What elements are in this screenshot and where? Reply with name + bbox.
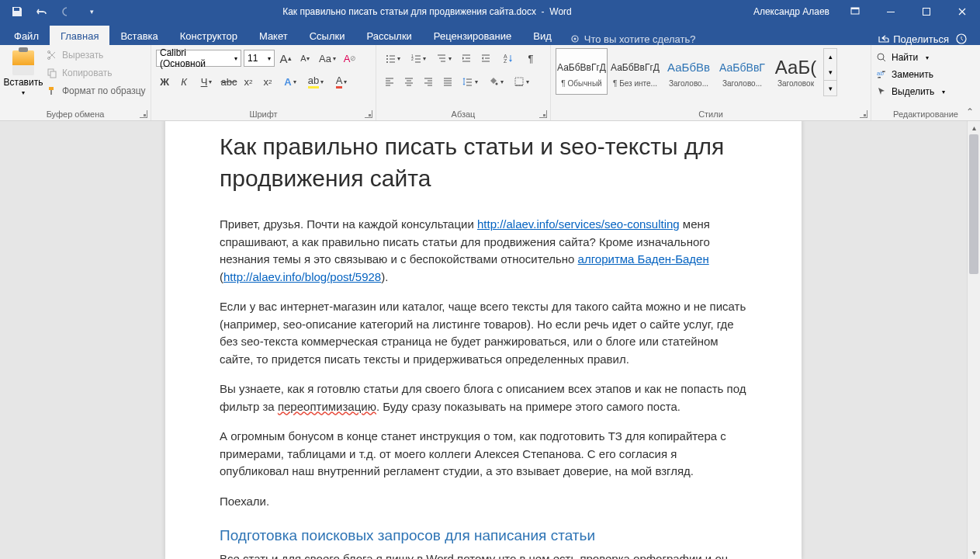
sort-button[interactable]: AZ	[497, 50, 520, 67]
text-effects-button[interactable]: A▾	[279, 73, 302, 90]
heading-2: Подготовка поисковых запросов для написа…	[220, 527, 747, 544]
spellcheck-error[interactable]: переоптимизацию	[278, 400, 376, 413]
cut-button[interactable]: Вырезать	[47, 47, 146, 63]
tab-review[interactable]: Рецензирование	[423, 26, 522, 45]
undo-button[interactable]	[33, 2, 51, 21]
increase-indent-button[interactable]	[477, 50, 494, 67]
style-heading2[interactable]: АаБбВвГ Заголово...	[716, 48, 768, 95]
clipboard-dialog-launcher[interactable]	[140, 110, 147, 118]
style-normal[interactable]: АаБбВвГгД ¶ Обычный	[556, 48, 608, 95]
collapse-ribbon-button[interactable]: ⌃	[966, 106, 974, 117]
group-clipboard: Вставить ▾ Вырезать Копировать Формат по…	[0, 45, 151, 120]
change-case-button[interactable]: Aa▾	[316, 50, 339, 67]
paragraph-dialog-launcher[interactable]	[539, 110, 547, 118]
tab-insert[interactable]: Вставка	[109, 26, 168, 45]
title-bar: ▾ Как правильно писать статьи для продви…	[0, 0, 980, 23]
line-spacing-button[interactable]: ▾	[459, 73, 482, 90]
redo-button[interactable]	[57, 2, 76, 21]
show-marks-button[interactable]: ¶	[522, 50, 539, 67]
select-button[interactable]: Выделить▾	[876, 84, 975, 99]
replace-icon: ab	[876, 69, 887, 80]
tab-mailings[interactable]: Рассылки	[355, 26, 422, 45]
styles-expand[interactable]: ▴▾▾	[823, 48, 837, 96]
link[interactable]: алгоритма Баден-Баден	[578, 252, 709, 266]
decrease-indent-button[interactable]	[458, 50, 475, 67]
replace-button[interactable]: ab Заменить	[876, 67, 975, 82]
align-left-button[interactable]	[381, 73, 398, 90]
group-paragraph: ▾ 12▾ ▾ AZ ¶ ▾ ▾ ▾ Абзац	[376, 45, 551, 120]
scroll-up-arrow[interactable]: ▴	[968, 121, 980, 134]
share-button[interactable]: Поделиться	[878, 33, 949, 45]
highlight-button[interactable]: ab▾	[304, 73, 327, 90]
shading-button[interactable]: ▾	[484, 73, 507, 90]
grow-font-button[interactable]: A▴	[277, 50, 294, 67]
qat-dropdown[interactable]: ▾	[82, 2, 101, 21]
vertical-scrollbar[interactable]: ▴ ▾	[967, 121, 980, 559]
borders-button[interactable]: ▾	[510, 73, 533, 90]
align-right-button[interactable]	[420, 73, 437, 90]
cursor-icon	[876, 86, 887, 97]
tell-me-search[interactable]: Что вы хотите сделать?	[563, 33, 704, 45]
scroll-track[interactable]	[968, 134, 980, 546]
style-heading1[interactable]: АаБбВв Заголово...	[663, 48, 715, 95]
paragraph: А огромным бонусом в конце станет инстру…	[220, 428, 747, 481]
scroll-thumb[interactable]	[969, 134, 978, 274]
link[interactable]: http://alaev.info/services/seo-consultin…	[477, 217, 680, 231]
font-color-button[interactable]: A▾	[330, 73, 353, 90]
copy-button[interactable]: Копировать	[47, 65, 146, 81]
font-dialog-launcher[interactable]	[365, 110, 372, 118]
window-title: Как правильно писать статьи для продвиже…	[109, 6, 746, 17]
tab-references[interactable]: Ссылки	[299, 26, 356, 45]
numbering-button[interactable]: 12▾	[407, 50, 430, 67]
paragraph: Привет, друзья. Почти на каждой консульт…	[220, 216, 747, 286]
italic-button[interactable]: К	[175, 73, 192, 90]
clear-formatting-button[interactable]: A⊘	[341, 50, 358, 67]
svg-rect-3	[923, 9, 930, 16]
svg-text:2: 2	[411, 57, 414, 61]
superscript-button[interactable]: x2	[259, 73, 276, 90]
multilevel-button[interactable]: ▾	[432, 50, 455, 67]
style-title[interactable]: АаБ( Заголовок	[770, 48, 822, 95]
subscript-button[interactable]: x2	[240, 73, 257, 90]
tab-home[interactable]: Главная	[50, 26, 109, 45]
user-name[interactable]: Александр Алаев	[746, 6, 837, 17]
close-button[interactable]	[944, 0, 980, 23]
tab-design[interactable]: Конструктор	[169, 26, 248, 45]
strikethrough-button[interactable]: abc	[220, 73, 237, 90]
align-center-button[interactable]	[400, 73, 417, 90]
svg-text:ab: ab	[877, 70, 884, 77]
bold-button[interactable]: Ж	[156, 73, 173, 90]
justify-button[interactable]	[439, 73, 456, 90]
find-button[interactable]: Найти▾	[876, 50, 975, 65]
tab-layout[interactable]: Макет	[248, 26, 299, 45]
minimize-button[interactable]	[873, 0, 909, 23]
save-button[interactable]	[8, 2, 26, 21]
document-title: Как правильно писать статьи и seo-тексты…	[220, 131, 747, 194]
copy-icon	[47, 68, 57, 78]
paste-button[interactable]: Вставить ▾	[5, 47, 42, 99]
font-name-combo[interactable]: Calibri (Основной▾	[156, 50, 241, 67]
svg-point-12	[386, 58, 388, 60]
svg-rect-2	[887, 12, 895, 12]
underline-button[interactable]: Ч▾	[195, 73, 218, 90]
svg-point-20	[878, 54, 884, 60]
bullets-button[interactable]: ▾	[381, 50, 404, 67]
paragraph: Вы узнаете, как я готовлю статьи для сво…	[220, 380, 747, 415]
style-no-spacing[interactable]: АаБбВвГгД ¶ Без инте...	[609, 48, 661, 95]
history-button[interactable]	[955, 33, 968, 45]
shrink-font-button[interactable]: A▾	[296, 50, 313, 67]
maximize-button[interactable]	[909, 0, 944, 23]
document-page[interactable]: Как правильно писать статьи и seo-тексты…	[165, 121, 802, 559]
clipboard-icon	[12, 50, 34, 75]
ribbon-options-button[interactable]	[837, 0, 873, 23]
scroll-down-arrow[interactable]: ▾	[968, 546, 980, 559]
svg-point-13	[386, 61, 388, 63]
tab-view[interactable]: Вид	[522, 26, 563, 45]
brush-icon	[47, 85, 57, 96]
tab-file[interactable]: Файл	[3, 26, 50, 45]
link[interactable]: http://alaev.info/blog/post/5928	[223, 270, 381, 283]
styles-dialog-launcher[interactable]	[860, 110, 867, 118]
format-painter-button[interactable]: Формат по образцу	[47, 83, 146, 99]
group-styles: АаБбВвГгД ¶ Обычный АаБбВвГгД ¶ Без инте…	[551, 45, 871, 120]
font-size-combo[interactable]: 11▾	[244, 50, 275, 67]
